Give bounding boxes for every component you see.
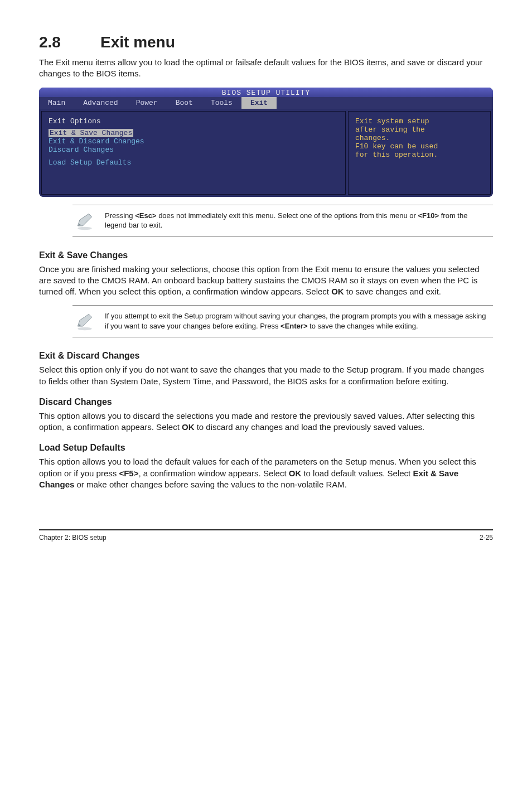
bios-help-line: for this operation. <box>355 151 483 159</box>
section-title-text: Exit menu <box>100 33 175 51</box>
bios-help-line: F10 key can be used <box>355 142 483 151</box>
note-key-enter: <Enter> <box>280 322 307 330</box>
bios-help-line: after saving the <box>355 125 483 134</box>
footer-left: Chapter 2: BIOS setup <box>39 534 107 542</box>
svg-point-3 <box>78 327 91 330</box>
bios-help-line: Exit system setup <box>355 117 483 125</box>
paragraph-text: or make other changes before saving the … <box>74 480 347 489</box>
subheading-load-defaults: Load Setup Defaults <box>39 443 493 453</box>
paragraph-exit-discard: Select this option only if you do not wa… <box>39 364 493 387</box>
note-enter: If you attempt to exit the Setup program… <box>72 305 493 337</box>
paragraph-exit-save: Once you are finished making your select… <box>39 264 493 298</box>
note-key-f10: <F10> <box>418 211 439 220</box>
bios-tab-advanced: Advanced <box>74 97 127 109</box>
footer-right: 2-25 <box>480 534 493 542</box>
bios-left-pane: Exit Options Exit & Save Changes Exit & … <box>41 111 346 195</box>
paragraph-text: to discard any changes and load the prev… <box>194 422 424 432</box>
note-text-part: Pressing <box>105 211 135 220</box>
note-text: If you attempt to exit the Setup program… <box>105 311 491 331</box>
bios-help-line: changes. <box>355 134 483 142</box>
bios-tab-exit: Exit <box>241 97 277 109</box>
bios-tab-bar: Main Advanced Power Boot Tools Exit <box>39 97 493 109</box>
bios-item: Load Setup Defaults <box>49 158 338 167</box>
subheading-exit-save: Exit & Save Changes <box>39 250 493 260</box>
bios-tab-tools: Tools <box>202 97 241 109</box>
bios-tab-boot: Boot <box>167 97 202 109</box>
note-esc: Pressing <Esc> does not immediately exit… <box>72 205 493 237</box>
note-text-part: does not immediately exit this menu. Sel… <box>157 211 418 220</box>
ok-bold: OK <box>331 287 344 296</box>
section-heading: 2.8Exit menu <box>39 33 493 51</box>
paragraph-text: to load default values. Select <box>301 468 413 478</box>
paragraph-discard: This option allows you to discard the se… <box>39 410 493 433</box>
page-footer: Chapter 2: BIOS setup 2-25 <box>39 529 493 542</box>
key-f5: <F5> <box>119 468 138 478</box>
bios-title: BIOS SETUP UTILITY <box>39 88 493 97</box>
bios-left-heading: Exit Options <box>49 117 338 125</box>
subheading-discard: Discard Changes <box>39 397 493 407</box>
svg-point-0 <box>78 226 91 229</box>
paragraph-text: to save changes and exit. <box>344 287 441 296</box>
bios-screenshot: BIOS SETUP UTILITY Main Advanced Power B… <box>39 88 493 197</box>
section-number: 2.8 <box>39 33 100 51</box>
intro-paragraph: The Exit menu items allow you to load th… <box>39 57 493 80</box>
bios-item-highlighted: Exit & Save Changes <box>49 129 133 137</box>
note-text-part: to save the changes while exiting. <box>307 322 418 330</box>
bios-item: Discard Changes <box>49 146 338 154</box>
subheading-exit-discard: Exit & Discard Changes <box>39 351 493 361</box>
ok-bold: OK <box>182 422 195 432</box>
pencil-icon <box>75 211 95 231</box>
bios-help-pane: Exit system setup after saving the chang… <box>348 111 491 195</box>
note-text: Pressing <Esc> does not immediately exit… <box>105 211 491 230</box>
ok-bold: OK <box>289 468 302 478</box>
note-key-esc: <Esc> <box>135 211 156 220</box>
paragraph-text: , a confirmation window appears. Select <box>138 468 288 478</box>
bios-tab-main: Main <box>39 97 74 109</box>
paragraph-load-defaults: This option allows you to load the defau… <box>39 456 493 490</box>
bios-item: Exit & Discard Changes <box>49 137 338 146</box>
pencil-icon <box>75 311 95 331</box>
bios-tab-power: Power <box>127 97 167 109</box>
